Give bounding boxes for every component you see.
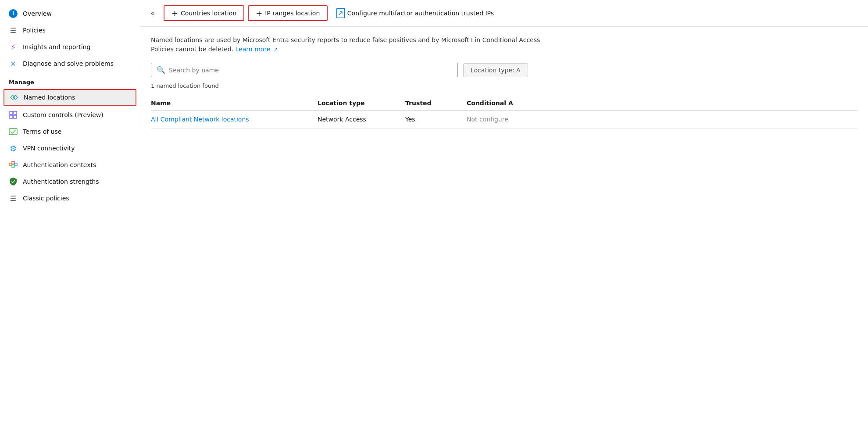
sidebar-item-insights[interactable]: ⚡ Insights and reporting	[0, 39, 140, 55]
custom-controls-icon	[9, 111, 18, 119]
manage-section-header: Manage	[0, 72, 140, 88]
sidebar-item-label: Policies	[23, 27, 46, 34]
sidebar-item-label: Insights and reporting	[23, 43, 90, 50]
col-header-location-type: Location type	[318, 100, 405, 107]
col-header-trusted: Trusted	[405, 100, 467, 107]
sidebar-item-diagnose[interactable]: ✕ Diagnose and solve problems	[0, 55, 140, 72]
sidebar-item-label: Named locations	[24, 94, 75, 101]
description-text: Named locations are used by Microsoft En…	[151, 36, 546, 54]
table-row: All Compliant Network locations Network …	[151, 111, 857, 128]
checkmark-icon	[9, 127, 18, 136]
search-input[interactable]	[169, 67, 452, 74]
search-icon: 🔍	[157, 66, 165, 74]
plus-icon: +	[171, 9, 178, 17]
sidebar-item-label: Classic policies	[23, 195, 69, 202]
main-content: « + Countries location + IP ranges locat…	[140, 0, 868, 428]
filter-label: Location type: A	[471, 67, 521, 74]
auth-contexts-icon	[9, 160, 18, 169]
sidebar-item-label: Diagnose and solve problems	[23, 60, 114, 67]
results-count: 1 named location found	[151, 82, 857, 89]
sidebar-item-terms-of-use[interactable]: Terms of use	[0, 123, 140, 140]
classic-policies-icon: ☰	[9, 194, 18, 203]
sidebar-item-policies[interactable]: ☰ Policies	[0, 22, 140, 39]
bulb-icon: ⚡	[9, 43, 18, 51]
sidebar-item-vpn[interactable]: ⚙ VPN connectivity	[0, 140, 140, 157]
location-type-filter-button[interactable]: Location type: A	[463, 63, 528, 77]
svg-rect-0	[10, 111, 13, 114]
svg-rect-3	[14, 115, 17, 118]
sidebar-item-classic-policies[interactable]: ☰ Classic policies	[0, 190, 140, 207]
row-conditional-access-cell: Not configure	[467, 116, 857, 123]
svg-rect-5	[9, 163, 12, 166]
row-location-type-cell: Network Access	[318, 116, 405, 123]
sidebar-item-overview[interactable]: i Overview	[0, 5, 140, 22]
col-header-conditional-access: Conditional A	[467, 100, 857, 107]
sidebar-item-named-locations[interactable]: Named locations	[4, 89, 136, 106]
svg-rect-4	[9, 128, 17, 135]
content-area: Named locations are used by Microsoft En…	[140, 27, 868, 137]
toolbar: « + Countries location + IP ranges locat…	[140, 0, 868, 27]
svg-rect-6	[12, 161, 14, 164]
search-box-container: 🔍	[151, 63, 458, 77]
sidebar-item-custom-controls[interactable]: Custom controls (Preview)	[0, 107, 140, 123]
svg-rect-1	[14, 111, 17, 114]
svg-rect-2	[10, 115, 13, 118]
collapse-sidebar-button[interactable]: «	[147, 7, 158, 19]
countries-location-label: Countries location	[181, 10, 236, 17]
gear-icon: ⚙	[9, 144, 18, 153]
wrench-icon: ✕	[9, 59, 18, 68]
table-header: Name Location type Trusted Conditional A	[151, 96, 857, 111]
sidebar: i Overview ☰ Policies ⚡ Insights and rep…	[0, 0, 140, 428]
sidebar-item-auth-contexts[interactable]: Authentication contexts	[0, 157, 140, 173]
sidebar-item-label: Authentication contexts	[23, 161, 96, 168]
ip-ranges-location-button[interactable]: + IP ranges location	[248, 5, 328, 21]
configure-mfa-label: Configure multifactor authentication tru…	[347, 10, 494, 17]
svg-rect-8	[12, 165, 14, 168]
list-icon: ☰	[9, 26, 18, 35]
col-header-name: Name	[151, 100, 318, 107]
sidebar-item-label: Overview	[23, 10, 52, 17]
sidebar-item-label: VPN connectivity	[23, 145, 75, 152]
countries-location-button[interactable]: + Countries location	[164, 5, 244, 21]
row-name-cell[interactable]: All Compliant Network locations	[151, 116, 318, 123]
sidebar-item-label: Terms of use	[23, 128, 61, 135]
learn-more-link[interactable]: Learn more ↗	[236, 46, 278, 53]
plus-icon-2: +	[256, 9, 262, 17]
search-row: 🔍 Location type: A	[151, 63, 857, 77]
row-trusted-cell: Yes	[405, 116, 467, 123]
info-icon: i	[9, 9, 18, 18]
sidebar-item-label: Custom controls (Preview)	[23, 111, 104, 118]
external-link-icon: ↗	[336, 8, 345, 18]
learn-more-external-icon: ↗	[274, 46, 278, 53]
sidebar-item-label: Authentication strengths	[23, 178, 99, 185]
configure-mfa-button[interactable]: ↗ Configure multifactor authentication t…	[331, 5, 499, 21]
shield-icon	[9, 177, 18, 186]
ip-ranges-label: IP ranges location	[265, 10, 320, 17]
sidebar-item-auth-strengths[interactable]: Authentication strengths	[0, 173, 140, 190]
svg-rect-7	[14, 163, 17, 166]
named-locations-icon	[10, 93, 18, 102]
